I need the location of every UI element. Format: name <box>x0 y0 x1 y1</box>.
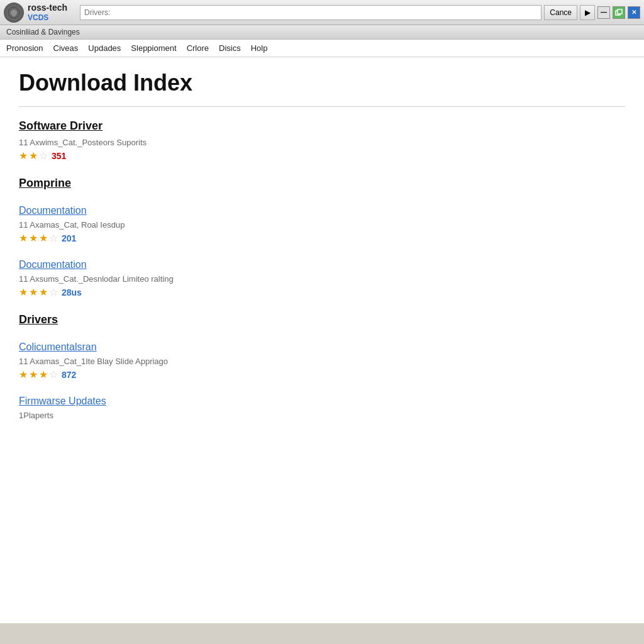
colicumentalsran-link[interactable]: Colicumentalsran <box>19 341 97 353</box>
firmwarse-link[interactable]: Firmwarse Updates <box>19 396 106 407</box>
restore-button[interactable] <box>613 6 625 19</box>
documentation-link-1[interactable]: Documentation <box>19 205 87 216</box>
col-star-2: ★ <box>29 369 38 380</box>
menu-item-crlore[interactable]: Crlore <box>187 42 209 54</box>
software-driver-subtitle: 11 Axwims_Cat._Posteors Suporits <box>19 138 625 147</box>
section-pomprine: Pomprine <box>19 177 625 190</box>
page-title: Download Index <box>19 70 625 96</box>
col-star-4: ☆ <box>49 369 58 380</box>
logo-icon <box>4 3 24 23</box>
menu-item-disics[interactable]: Disics <box>219 42 241 54</box>
documentation-1-count: 201 <box>62 233 76 243</box>
menu-item-updades[interactable]: Updades <box>88 42 121 54</box>
menu-bar: Pronosion Civeas Updades Sleppioment Crl… <box>0 40 644 57</box>
logo-sub: VCDS <box>28 13 67 22</box>
software-driver-count: 351 <box>52 151 66 161</box>
minimize-button[interactable]: — <box>597 6 610 19</box>
doc1-star-2: ★ <box>29 232 38 244</box>
menu-item-sleppioment[interactable]: Sleppioment <box>131 42 176 54</box>
documentation-link-2[interactable]: Documentation <box>19 259 87 270</box>
breadcrumb-text: Cosinliiad & Davinges <box>6 28 80 36</box>
logo-text: ross-tech VCDS <box>28 3 67 22</box>
main-content: Download Index Software Driver 11 Axwims… <box>0 57 644 623</box>
title-bar: ross-tech VCDS Cance ▶ — ✕ <box>0 0 644 25</box>
star-3: ☆ <box>39 150 48 162</box>
section-software-driver: Software Driver 11 Axwims_Cat._Posteors … <box>19 119 625 162</box>
star-1: ★ <box>19 150 28 162</box>
breadcrumb-bar: Cosinliiad & Davinges <box>0 25 644 40</box>
doc2-star-1: ★ <box>19 286 28 298</box>
col-star-3: ★ <box>39 369 48 380</box>
divider <box>19 106 625 107</box>
section-heading-software-driver: Software Driver <box>19 119 625 133</box>
menu-item-civeas[interactable]: Civeas <box>53 42 79 54</box>
section-heading-pomprine: Pomprine <box>19 177 625 190</box>
section-documentation-2: Documentation 11 Axsums_Cat._Desnlodar L… <box>19 259 625 298</box>
software-driver-stars: ★ ★ ☆ 351 <box>19 150 625 162</box>
close-button[interactable]: ✕ <box>628 6 640 19</box>
star-2: ★ <box>29 150 38 162</box>
doc1-star-4: ☆ <box>49 232 58 244</box>
colicumentalsran-count: 872 <box>62 370 76 380</box>
menu-item-holp[interactable]: Holp <box>251 42 268 54</box>
forward-arrow[interactable]: ▶ <box>580 5 595 20</box>
documentation-2-subtitle: 11 Axsums_Cat._Desnlodar Limiteo ralting <box>19 274 625 284</box>
section-firmwarse: Firmwarse Updates 1Plaperts <box>19 396 625 420</box>
colicumentalsran-stars: ★ ★ ★ ☆ 872 <box>19 369 625 380</box>
documentation-2-stars: ★ ★ ★ ☆ 28us <box>19 286 625 298</box>
section-drivers: Drivers <box>19 313 625 326</box>
doc2-star-3: ★ <box>39 286 48 298</box>
doc1-star-3: ★ <box>39 232 48 244</box>
documentation-1-subtitle: 11 Axamas_Cat, Roal Iesdup <box>19 220 625 230</box>
menu-item-pronosion[interactable]: Pronosion <box>6 42 43 54</box>
section-colicumentalsran: Colicumentalsran 11 Axamas_Cat_1Ite Blay… <box>19 341 625 380</box>
address-input[interactable] <box>80 5 541 20</box>
logo-area: ross-tech VCDS <box>4 3 67 23</box>
col-star-1: ★ <box>19 369 28 380</box>
doc2-star-2: ★ <box>29 286 38 298</box>
documentation-2-count: 28us <box>62 287 82 297</box>
colicumentalsran-subtitle: 11 Axamas_Cat_1Ite Blay Slide Appriago <box>19 357 625 366</box>
address-bar: Cance ▶ — ✕ <box>80 5 640 20</box>
doc2-star-4: ☆ <box>49 286 58 298</box>
doc1-star-1: ★ <box>19 232 28 244</box>
section-heading-drivers: Drivers <box>19 313 625 326</box>
logo-main: ross-tech <box>28 3 67 13</box>
firmwarse-subtitle: 1Plaperts <box>19 411 625 420</box>
documentation-1-stars: ★ ★ ★ ☆ 201 <box>19 232 625 244</box>
cancel-button[interactable]: Cance <box>544 5 577 20</box>
section-documentation-1: Documentation 11 Axamas_Cat, Roal Iesdup… <box>19 205 625 244</box>
svg-rect-2 <box>618 9 622 14</box>
